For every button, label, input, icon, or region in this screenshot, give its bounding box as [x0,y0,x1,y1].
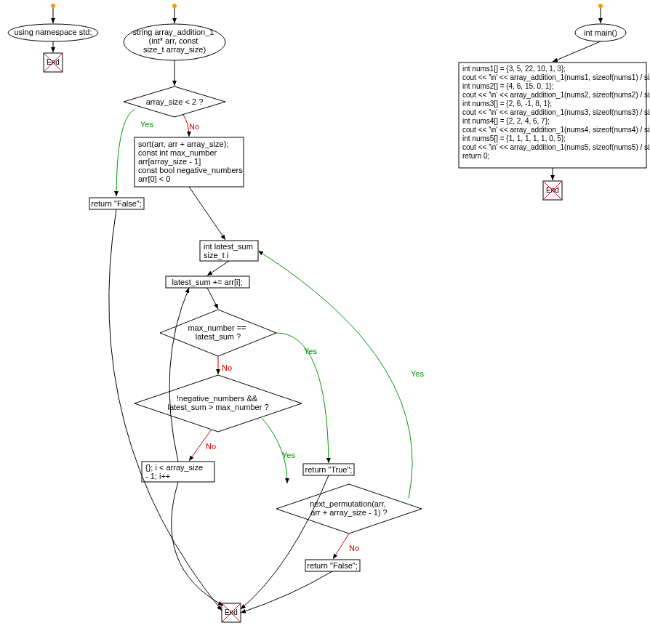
decision-next-perm-label: next_permutation(arr, arr + array_size -… [310,499,388,517]
svg-line-8 [207,261,229,275]
svg-line-11 [333,534,349,559]
return-true-label: return "True"; [305,465,353,474]
decision-negative-label: !negative_numbers && latest_sum > max_nu… [167,394,268,411]
end-label-main: End [546,186,559,194]
main-code-text: int nums1[] = {3, 5, 22, 10, 1, 3}; cout… [462,65,650,160]
return-false-2-label: return "False"; [307,561,358,570]
process-sum-add-label: latest_sum += arr[i]; [172,278,242,286]
no-label-1: No [189,122,199,131]
flowchart-function: string array_addition_1 (int* arr, const… [89,6,424,622]
end-node-function: End [222,603,241,622]
svg-line-9 [207,288,218,309]
yes-label-3: Yes [282,451,295,459]
flowchart-main: int main() int nums1[] = {3, 5, 22, 10, … [459,6,650,200]
no-label-2: No [222,363,232,372]
return-false-1-label: return "False"; [91,199,142,208]
yes-label-2: Yes [304,347,317,355]
end-label-function: End [225,608,238,616]
end-node-main: End [543,181,562,200]
svg-line-16 [553,41,601,62]
end-node-namespace: End [44,53,63,72]
start-label-namespace: using namespace std; [14,28,92,36]
no-label-4: No [349,544,359,552]
no-label-3: No [206,442,216,451]
yes-label-1: Yes [140,120,153,129]
end-label-namespace: End [47,58,60,66]
flowchart-namespace: using namespace std; End [8,6,98,72]
main-start-label: int main() [584,28,617,37]
decision-max-equals-label: max_number == latest_sum ? [188,323,248,341]
decision-array-size-label: array_size < 2 ? [146,97,204,106]
yes-label-4: Yes [411,369,424,378]
flowchart-diagram: using namespace std; End string array_ad… [0,0,650,644]
